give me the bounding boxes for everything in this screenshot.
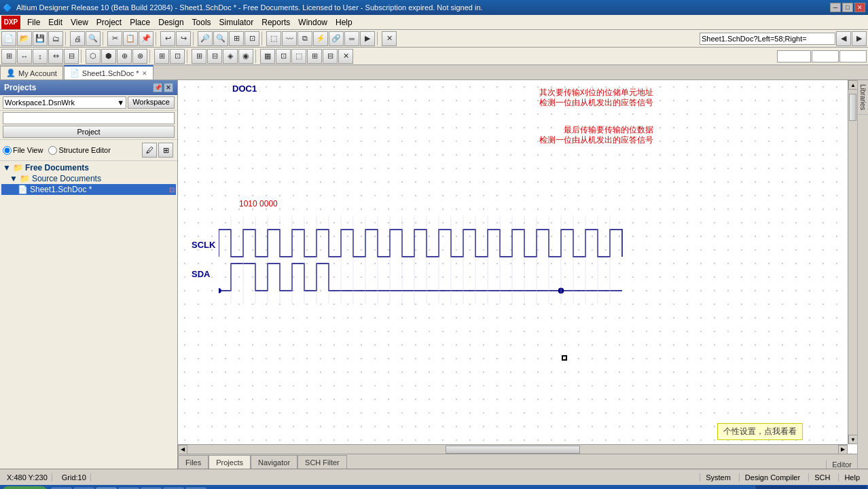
sidebar-icon-btn2[interactable]: ⊞	[158, 143, 173, 158]
sidebar-close-btn[interactable]: ✕	[164, 83, 173, 92]
scroll-left-arrow[interactable]: ◀	[178, 445, 187, 454]
t2-btn4[interactable]: ⇔	[48, 49, 63, 64]
tree-file-item[interactable]: 📄 Sheet1.SchDoc * ⊡	[1, 184, 176, 195]
new-btn[interactable]: 📄	[1, 31, 16, 46]
sidebar-icon-btn1[interactable]: 🖊	[142, 143, 157, 158]
redo-btn[interactable]: ↪	[176, 31, 191, 46]
tree-group-item[interactable]: ▼ 📁 Source Documents	[1, 173, 176, 184]
zoom-btn1[interactable]: 🔎	[198, 31, 213, 46]
tab-myaccount[interactable]: 👤 My Account	[0, 66, 63, 79]
scroll-up-arrow[interactable]: ▲	[848, 80, 857, 90]
coord-input2[interactable]	[839, 50, 867, 62]
zoom-btn2[interactable]: 🔍	[213, 31, 228, 46]
undo-btn[interactable]: ↩	[160, 31, 175, 46]
sidebar-pin-btn[interactable]: 📌	[153, 83, 162, 92]
menu-tools[interactable]: Tools	[188, 16, 215, 29]
cut-btn[interactable]: ✂	[107, 31, 122, 46]
sheet-input[interactable]	[700, 33, 835, 45]
t2-btn7[interactable]: ⬢	[101, 49, 116, 64]
close-button[interactable]: ✕	[854, 3, 865, 12]
bottom-tab-files[interactable]: Files	[178, 455, 209, 469]
t2-btn15[interactable]: ◉	[238, 49, 253, 64]
minimize-button[interactable]: ─	[830, 3, 841, 12]
t2-btn20[interactable]: ⊟	[323, 49, 338, 64]
scrollbar-horizontal[interactable]: ◀ ▶	[178, 444, 848, 454]
help-btn[interactable]: Help	[838, 473, 865, 482]
tab-close-icon[interactable]: ✕	[142, 70, 147, 77]
search-input[interactable]	[3, 112, 175, 124]
bottom-tab-sch-filter[interactable]: SCH Filter	[297, 455, 347, 469]
libraries-panel[interactable]: Libraries	[858, 80, 868, 115]
print-prev-btn[interactable]: 🔍	[86, 31, 101, 46]
workspace-button[interactable]: Workspace	[128, 96, 175, 109]
design-compiler-btn[interactable]: Design Compiler	[739, 473, 806, 482]
zoom-btn3[interactable]: ⊞	[229, 31, 244, 46]
system-btn[interactable]: System	[700, 473, 736, 482]
zoom-input[interactable]	[777, 50, 811, 62]
snap-btn[interactable]: ⊟	[207, 49, 222, 64]
t2-btn11[interactable]: ⊡	[170, 49, 185, 64]
save-all-btn[interactable]: 🗂	[48, 31, 63, 46]
structure-editor-radio[interactable]: Structure Editor	[48, 146, 110, 155]
t2-btn19[interactable]: ⊞	[307, 49, 322, 64]
scroll-down-arrow[interactable]: ▼	[848, 435, 857, 444]
menu-window[interactable]: Window	[294, 16, 331, 29]
file-view-radio[interactable]: File View	[3, 146, 43, 155]
t2-btn21[interactable]: ✕	[338, 49, 353, 64]
net-btn[interactable]: 🔗	[329, 31, 344, 46]
menu-help[interactable]: Help	[331, 16, 357, 29]
t2-btn3[interactable]: ↕	[33, 49, 48, 64]
bus-btn[interactable]: ═	[344, 31, 359, 46]
menu-design[interactable]: Design	[154, 16, 187, 29]
t2-btn14[interactable]: ◈	[223, 49, 238, 64]
menu-edit[interactable]: Edit	[44, 16, 67, 29]
t2-btn16[interactable]: ▦	[260, 49, 275, 64]
open-btn[interactable]: 📂	[17, 31, 32, 46]
project-button[interactable]: Project	[3, 126, 175, 138]
t2-btn18[interactable]: ⬚	[291, 49, 306, 64]
maximize-button[interactable]: □	[842, 3, 853, 12]
t2-btn8[interactable]: ⊕	[117, 49, 132, 64]
save-btn[interactable]: 💾	[33, 31, 48, 46]
power-btn[interactable]: ⚡	[313, 31, 328, 46]
grid-btn[interactable]: ⊞	[192, 49, 206, 64]
paste-btn[interactable]: 📌	[139, 31, 153, 46]
menu-simulator[interactable]: Simulator	[215, 16, 258, 29]
t2-btn6[interactable]: ⬡	[86, 49, 101, 64]
tree-group-collapse[interactable]: ▼	[10, 174, 18, 183]
scroll-thumb-v[interactable]	[849, 94, 856, 121]
tooltip-popup[interactable]: 个性设置，点我看看	[717, 423, 803, 440]
tab-sheet1[interactable]: 📄 Sheet1.SchDoc * ✕	[64, 65, 153, 79]
port-btn[interactable]: ▶	[360, 31, 375, 46]
tree-root-item[interactable]: ▼ 📁 Free Documents	[1, 162, 176, 173]
menu-reports[interactable]: Reports	[257, 16, 294, 29]
menu-file[interactable]: File	[23, 16, 44, 29]
t2-btn5[interactable]: ⊟	[64, 49, 79, 64]
tree-root-collapse[interactable]: ▼	[3, 163, 11, 173]
select-btn[interactable]: ⬚	[266, 31, 281, 46]
print-btn[interactable]: 🖨	[70, 31, 85, 46]
bottom-tab-navigator[interactable]: Navigator	[251, 455, 297, 469]
nav-btn2[interactable]: ▶	[852, 31, 867, 46]
t2-btn2[interactable]: ↔	[17, 49, 32, 64]
bottom-tab-projects[interactable]: Projects	[209, 455, 251, 469]
comp-btn[interactable]: ⧉	[297, 31, 312, 46]
t2-btn1[interactable]: ⊞	[1, 49, 16, 64]
nav-btn[interactable]: ◀	[836, 31, 851, 46]
scrollbar-vertical[interactable]: ▲ ▼	[848, 80, 857, 444]
delete-btn[interactable]: ✕	[382, 31, 397, 46]
schematic-canvas[interactable]: 其次要传输刈位的位储单元地址 检测一位由从机发出的应答信号 最后传输要传输的位数…	[178, 80, 857, 454]
copy-btn[interactable]: 📋	[123, 31, 138, 46]
menu-view[interactable]: View	[67, 16, 92, 29]
sch-btn[interactable]: SCH	[808, 473, 835, 482]
wire-btn[interactable]: 〰	[282, 31, 297, 46]
scroll-thumb-h[interactable]	[446, 446, 579, 454]
t2-btn17[interactable]: ⊡	[276, 49, 291, 64]
workspace-dropdown[interactable]: Workspace1.DsnWrk ▼	[3, 96, 126, 109]
scroll-right-arrow[interactable]: ▶	[838, 445, 848, 454]
start-button[interactable]: 🪟 start	[1, 486, 48, 489]
zoom-btn4[interactable]: ⊡	[245, 31, 259, 46]
menu-place[interactable]: Place	[126, 16, 154, 29]
coord-input[interactable]	[812, 50, 839, 62]
menu-project[interactable]: Project	[92, 16, 126, 29]
